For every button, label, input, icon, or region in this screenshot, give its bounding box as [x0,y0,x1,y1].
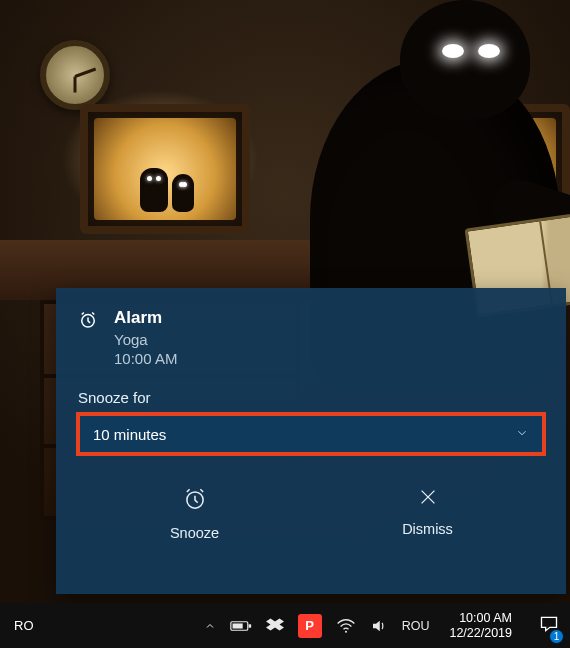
snooze-for-label: Snooze for [78,389,544,406]
notification-badge: 1 [549,629,564,644]
tray-app-p-icon[interactable]: P [298,614,322,638]
alarm-notification-toast: Alarm Yoga 10:00 AM Snooze for 10 minute… [56,288,566,594]
dismiss-button[interactable]: Dismiss [311,472,544,552]
dropbox-icon[interactable] [266,617,284,635]
wifi-icon[interactable] [336,618,356,634]
snooze-button-label: Snooze [170,525,219,541]
taskbar-clock[interactable]: 10:00 AM 12/22/2019 [443,611,518,641]
language-indicator[interactable]: RO [0,618,44,633]
snooze-duration-highlight: 10 minutes [78,414,544,454]
taskbar-date: 12/22/2019 [449,626,512,641]
dismiss-button-label: Dismiss [402,521,453,537]
taskbar: RO P ROU 10:00 AM [0,603,570,648]
wallpaper-tv-left [80,104,250,234]
svg-point-5 [345,630,347,632]
ime-indicator[interactable]: ROU [402,619,430,633]
snooze-duration-value: 10 minutes [93,426,166,443]
volume-icon[interactable] [370,617,388,635]
snooze-duration-select[interactable]: 10 minutes [78,414,544,454]
chevron-down-icon [515,426,529,443]
snooze-button[interactable]: Snooze [78,472,311,552]
alarm-icon [78,308,100,334]
svg-rect-4 [232,623,242,628]
wallpaper-clock [40,40,110,110]
alarm-title: Yoga [114,331,177,348]
close-icon [311,486,544,512]
tray-overflow-chevron-icon[interactable] [204,620,216,632]
alarm-app-name: Alarm [114,308,177,328]
alarm-time: 10:00 AM [114,350,177,367]
action-center-button[interactable]: 1 [532,603,566,648]
taskbar-time: 10:00 AM [449,611,512,626]
battery-icon[interactable] [230,619,252,633]
snooze-action-icon [78,486,311,516]
svg-rect-3 [248,624,251,627]
